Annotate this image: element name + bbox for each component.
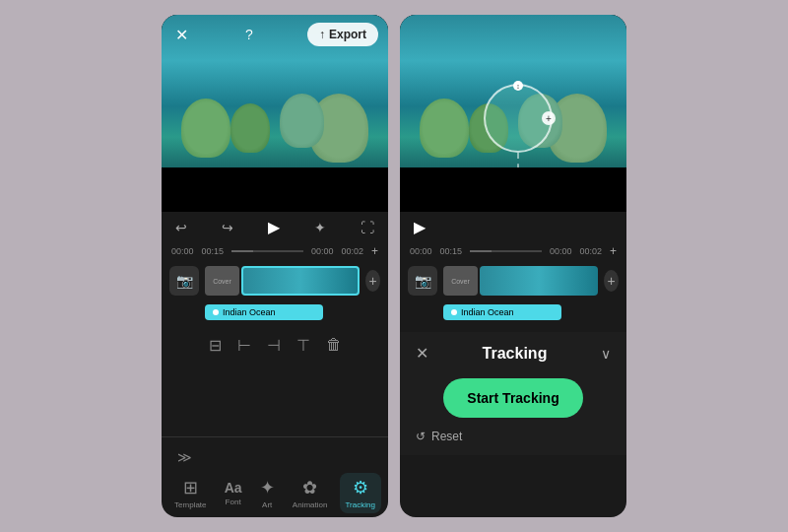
coral-decoration-2 xyxy=(230,103,270,153)
tracking-circle: ↕ + xyxy=(484,84,553,153)
coral-decoration-1 xyxy=(181,99,230,158)
left-text-track: Indian Ocean xyxy=(205,301,380,320)
right-track-cover: Cover xyxy=(443,266,478,296)
right-video-preview: ↕ + xyxy=(400,15,626,212)
export-icon: ↑ xyxy=(319,28,325,41)
right-time-start: 00:00 xyxy=(410,246,432,256)
start-tracking-button[interactable]: Start Tracking xyxy=(443,378,582,418)
right-text-clip-label: Indian Ocean xyxy=(461,307,514,317)
trim-left-icon[interactable]: ⊢ xyxy=(237,336,251,355)
split-icon[interactable]: ⊟ xyxy=(209,336,222,355)
right-controls-bar: ▶ xyxy=(400,212,626,242)
redo-icon[interactable]: ↪ xyxy=(222,220,233,235)
text-clip-dot xyxy=(213,309,219,315)
tracking-title: Tracking xyxy=(483,345,548,363)
right-video-frame: ↕ + xyxy=(400,15,626,167)
right-video-black xyxy=(400,167,626,212)
left-edit-tools: ⊟ ⊢ ⊣ ⊤ 🗑 xyxy=(162,330,388,361)
font-icon: Aa xyxy=(225,480,242,496)
right-time-marker2: 00:02 xyxy=(579,246,602,256)
nav-item-tracking[interactable]: ⚙ Tracking xyxy=(340,473,381,513)
left-panel: ✕ ? ↑ Export ↩ ↪ ▶ ✦ ⛶ 00:00 00:15 00:00 xyxy=(162,15,388,517)
fullscreen-icon[interactable]: ⛶ xyxy=(361,220,374,235)
right-cover-label: Cover xyxy=(451,278,470,285)
coral-decoration-4 xyxy=(280,94,324,148)
left-time-marker1: 00:00 xyxy=(311,246,334,256)
left-nav-items: ⊞ Template Aa Font ✦ Art ✿ Animation ⚙ xyxy=(165,473,384,513)
panel-header: ✕ ? ↑ Export xyxy=(162,23,388,46)
right-text-clip-dot xyxy=(451,309,457,315)
right-timeline-row: 📷 Cover + xyxy=(408,266,619,296)
tracking-overlay[interactable]: ↕ + xyxy=(484,84,553,153)
right-time-marker1: 00:00 xyxy=(550,246,572,256)
nav-label-template: Template xyxy=(174,500,206,509)
nav-item-art[interactable]: ✦ Art xyxy=(254,473,281,513)
left-timeline-section: 📷 Cover + Indian Ocean xyxy=(162,260,388,330)
cover-label: Cover xyxy=(213,278,231,285)
camera-icon: 📷 xyxy=(176,273,193,289)
right-text-track: Indian Ocean xyxy=(443,301,619,320)
nav-label-animation: Animation xyxy=(293,500,328,509)
reset-button[interactable]: ↺ Reset xyxy=(416,430,462,443)
nav-label-tracking: Tracking xyxy=(346,500,375,509)
left-play-button[interactable]: ▶ xyxy=(268,218,280,236)
reset-label: Reset xyxy=(431,430,462,443)
left-timeline-track[interactable] xyxy=(231,250,303,252)
left-track-clip-main[interactable] xyxy=(241,266,360,296)
nav-item-animation[interactable]: ✿ Animation xyxy=(287,473,334,513)
left-time-bar: 00:00 00:15 00:00 00:02 + xyxy=(162,242,388,260)
left-bottom-nav: ≫ ⊞ Template Aa Font ✦ Art ✿ Animation xyxy=(162,436,388,517)
left-time-start: 00:00 xyxy=(171,246,194,256)
trim-right-icon[interactable]: ⊣ xyxy=(267,336,281,355)
left-camera-icon-box: 📷 xyxy=(169,266,199,296)
right-track-area: Cover xyxy=(443,266,598,296)
close-button[interactable]: ✕ xyxy=(171,25,191,44)
tracking-dot-top: ↕ xyxy=(513,81,523,91)
right-add-clip-button[interactable]: + xyxy=(604,270,619,292)
right-track-clip-main[interactable] xyxy=(480,266,598,296)
art-icon: ✦ xyxy=(260,477,275,499)
right-panel: ↕ + ▶ 00:00 00:15 00:00 00:02 + xyxy=(400,15,626,517)
left-add-time-icon[interactable]: + xyxy=(371,244,378,258)
video-black-area xyxy=(162,167,388,212)
help-button[interactable]: ? xyxy=(245,27,253,42)
tracking-panel: ✕ Tracking ∨ Start Tracking ↺ Reset xyxy=(400,332,626,455)
left-text-clip[interactable]: Indian Ocean xyxy=(205,304,323,320)
nav-label-art: Art xyxy=(262,500,272,509)
tracking-chevron-icon[interactable]: ∨ xyxy=(601,346,611,362)
left-add-clip-button[interactable]: + xyxy=(365,270,380,292)
nav-label-font: Font xyxy=(226,498,241,506)
trim-both-icon[interactable]: ⊤ xyxy=(296,336,310,355)
tracking-line xyxy=(517,153,519,167)
nav-item-template[interactable]: ⊞ Template xyxy=(168,473,212,513)
right-play-button[interactable]: ▶ xyxy=(414,218,426,236)
right-text-clip[interactable]: Indian Ocean xyxy=(443,304,561,320)
left-video-preview: ✕ ? ↑ Export xyxy=(162,15,388,212)
right-time-bar: 00:00 00:15 00:00 00:02 + xyxy=(400,242,626,260)
delete-icon[interactable]: 🗑 xyxy=(326,336,342,355)
right-time-end: 00:15 xyxy=(440,246,463,256)
right-coral-1 xyxy=(420,99,469,158)
text-clip-label: Indian Ocean xyxy=(223,307,276,317)
nav-item-font[interactable]: Aa Font xyxy=(219,476,248,510)
undo-icon[interactable]: ↩ xyxy=(175,220,187,235)
right-add-time-icon[interactable]: + xyxy=(610,244,617,258)
right-camera-icon: 📷 xyxy=(415,273,431,289)
right-timeline-track[interactable] xyxy=(470,250,542,252)
left-track-cover: Cover xyxy=(205,266,239,296)
magic-icon[interactable]: ✦ xyxy=(314,220,326,235)
right-timeline-section: 📷 Cover + Indian Ocean xyxy=(400,260,626,330)
more-button[interactable]: ≫ xyxy=(173,445,196,469)
export-label: Export xyxy=(329,28,366,41)
template-icon: ⊞ xyxy=(183,477,198,499)
left-time-end: 00:15 xyxy=(202,246,225,256)
left-timeline-row: 📷 Cover + xyxy=(169,266,380,296)
tracking-close-button[interactable]: ✕ xyxy=(416,344,428,363)
right-camera-icon-box: 📷 xyxy=(408,266,437,296)
right-timeline-progress xyxy=(470,250,492,252)
left-timeline-progress xyxy=(231,250,253,252)
animation-icon: ✿ xyxy=(302,477,317,499)
export-button[interactable]: ↑ Export xyxy=(307,23,378,46)
tracking-header: ✕ Tracking ∨ xyxy=(416,344,611,363)
tracking-icon: ⚙ xyxy=(353,477,368,499)
